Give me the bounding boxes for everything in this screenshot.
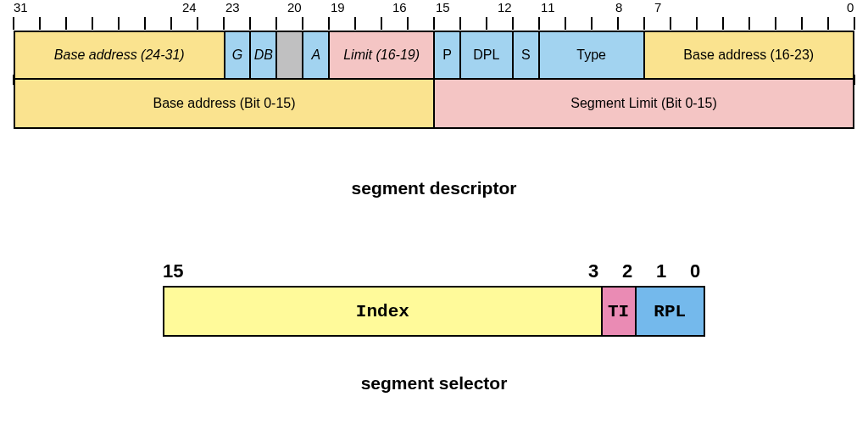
bit-label: 8 [615, 0, 622, 14]
bit-label: 20 [287, 0, 302, 14]
segment-selector: Index TI RPL [163, 286, 705, 337]
field-a: A [303, 31, 330, 80]
field-limit-0-15: Segment Limit (Bit 0-15) [435, 80, 854, 129]
bit-label: 24 [182, 0, 197, 14]
sel-bit-label: 3 [588, 260, 598, 282]
field-base-24-31: Base address (24-31) [15, 31, 225, 80]
bit-label: 12 [498, 0, 512, 14]
bit-label: 23 [225, 0, 240, 14]
bit-label: 0 [847, 0, 854, 14]
bit-label: 15 [436, 0, 450, 14]
field-rpl: RPL [637, 288, 704, 335]
sel-bit-label: 2 [622, 260, 632, 282]
bit-label: 19 [331, 0, 345, 14]
sel-bit-label: 0 [690, 260, 700, 282]
bit-label: 11 [541, 0, 555, 14]
field-dpl: DPL [461, 31, 514, 80]
bit-label: 7 [654, 0, 661, 14]
field-s: S [514, 31, 540, 80]
descriptor-caption: segment descriptor [0, 178, 868, 198]
selector-caption: segment selector [0, 373, 868, 394]
field-limit-16-19: Limit (16-19) [330, 31, 435, 80]
segment-descriptor: Base address (24-31) G DB A Limit (16-19… [14, 31, 854, 129]
field-type: Type [540, 31, 645, 80]
field-g: G [225, 31, 252, 80]
field-base-16-23: Base address (16-23) [645, 31, 855, 80]
ruler-top [14, 17, 854, 31]
field-reserved [277, 31, 303, 80]
sel-bit-label: 15 [163, 260, 183, 282]
bit-label: 16 [392, 0, 407, 14]
field-base-0-15: Base address (Bit 0-15) [15, 80, 435, 129]
bit-label: 31 [14, 0, 28, 14]
field-db: DB [251, 31, 277, 80]
field-index: Index [164, 288, 603, 335]
sel-bit-label: 1 [656, 260, 666, 282]
field-p: P [435, 31, 461, 80]
field-ti: TI [603, 288, 637, 335]
